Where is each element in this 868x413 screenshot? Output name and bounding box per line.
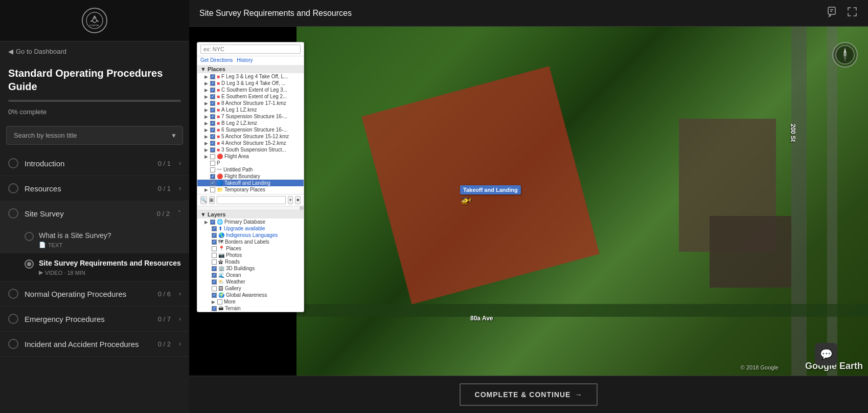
road-vertical-2 [827,27,837,376]
arrow-icon: ▶ [204,94,209,99]
earth-view-btn[interactable]: ⊞ [209,196,215,204]
earth-place-2[interactable]: ▶✓■ C Southern Extent of Leg 3... [197,86,304,93]
arrow-icon: ▶ [204,127,209,133]
earth-search-links: Get Directions History [197,56,304,64]
search-input[interactable]: Search by lesson title [6,126,183,145]
section-normal-ops-circle [8,289,18,299]
earth-place-temp[interactable]: ▶📁 Temporary Places [197,186,304,193]
layer-upgrade[interactable]: ✓⬆ Upgrade available [197,225,304,232]
section-emergency-header[interactable]: Emergency Procedures 0 / 7 › [0,307,189,331]
layer-borders[interactable]: ✓🗺 Borders and Labels [197,238,304,245]
checkbox-0: ✓ [210,74,215,79]
layer-3d-buildings[interactable]: ✓🏢 3D Buildings [197,265,304,272]
checkbox-16: ✓ [210,181,215,186]
layer-terrain[interactable]: ✓🏔 Terrain [197,305,304,312]
checkbox-10: ✓ [210,141,215,146]
section-introduction: Introduction 0 / 1 › [0,151,189,176]
checkbox-3: ✓ [210,94,215,99]
places-label: Places [208,66,225,72]
section-introduction-header[interactable]: Introduction 0 / 1 › [0,151,189,176]
road-vertical-1 [791,27,807,376]
bottom-bar: COMPLETE & CONTINUE → [189,376,868,413]
logo-area: COASTAL [82,8,107,33]
scrollbar-thumb[interactable] [300,206,304,210]
text-icon: 📄 [39,242,46,248]
earth-place-takeoff[interactable]: ✓🔵 Takeoff and Landing [197,180,304,186]
fullscreen-icon[interactable] [847,6,858,20]
earth-add-btn[interactable]: + [288,196,293,204]
svg-rect-3 [828,7,835,14]
arrow-icon: ▶ [204,154,209,159]
section-site-survey-header[interactable]: Site Survey 0 / 2 ˄ [0,201,189,226]
street-200-label: 200 St [789,124,796,142]
lesson-type-1: TEXT [48,242,62,248]
lesson-type-2: VIDEO · 18 MIN [45,270,85,276]
earth-place-7[interactable]: ▶✓■ B Leg 2 LZ.kmz [197,120,304,126]
lesson-meta-1: 📄 TEXT [39,242,181,248]
earth-place-5[interactable]: ▶✓■ A Leg 1 LZ.kmz [197,106,304,113]
drone-icon: 🚁 [460,193,471,205]
earth-place-10[interactable]: ▶✓■ 4 Anchor Structure 15-2.kmz [197,140,304,146]
earth-place-8[interactable]: ▶✓■ 6 Suspension Structure 16-... [197,126,304,133]
checkbox-4: ✓ [210,101,215,106]
section-incident: Incident and Accident Procedures 0 / 2 › [0,332,189,357]
earth-place-flight-boundary[interactable]: ✓🔴 Flight Boundary [197,173,304,180]
earth-place-4[interactable]: ▶✓■ 8 Anchor Structure 17-1.kmz [197,100,304,106]
layer-primary-db[interactable]: ▶✓🌐 Primary Database [197,219,304,225]
dashboard-label: Go to Dashboard [16,48,66,55]
checkbox-8: ✓ [210,127,215,133]
checkbox-7: ✓ [210,121,215,126]
section-resources-count: 0 / 1 [158,185,171,192]
earth-place-untitled[interactable]: 〰 Untitled Path [197,166,304,173]
section-emergency-circle [8,314,18,324]
video-content: Get Directions History ▼ Places ▶✓■ F Le… [189,27,868,376]
layer-photos[interactable]: 📷 Photos [197,252,304,258]
section-incident-header[interactable]: Incident and Accident Procedures 0 / 2 › [0,332,189,356]
get-directions-link[interactable]: Get Directions [200,57,233,63]
layer-indigenous[interactable]: ✓🌎 Indigenous Languages [197,232,304,238]
layer-roads[interactable]: 🛣 Roads [197,258,304,265]
section-site-survey-title: Site Survey [25,209,151,218]
earth-place-p[interactable]: P [197,160,304,166]
section-normal-ops-header[interactable]: Normal Operating Procedures 0 / 6 › [0,281,189,306]
earth-layers-header[interactable]: ▼ Layers [197,210,304,219]
svg-point-5 [843,53,847,56]
go-dashboard-link[interactable]: ◀ Go to Dashboard [8,48,181,55]
section-site-survey-circle [8,208,18,219]
section-site-survey-count: 0 / 2 [157,210,170,218]
lesson-site-survey-requirements[interactable]: Site Survey Requirements and Resources ▶… [0,253,189,281]
earth-place-9[interactable]: ▶✓■ 5 Anchor Structure 15-12.kmz [197,133,304,140]
earth-place-flight-area[interactable]: ▶🔴 Flight Area [197,153,304,160]
earth-place-11[interactable]: ▶✓■ 3 South Suspension Struct... [197,146,304,153]
earth-places-header[interactable]: ▼ Places [197,65,304,73]
checkbox-12 [210,154,215,159]
earth-toolbar-input[interactable] [217,196,286,204]
earth-more-btn[interactable]: ✦ [295,196,301,204]
chat-bubble[interactable]: 💬 [815,343,837,365]
layer-ocean[interactable]: ✓🌊 Ocean [197,272,304,278]
earth-search-input[interactable] [200,45,301,54]
svg-text:COASTAL: COASTAL [89,24,100,27]
arrow-icon: ▶ [204,101,209,106]
section-resources-header[interactable]: Resources 0 / 1 › [0,176,189,201]
earth-place-1[interactable]: ▶✓■ D Leg 3 & Leg 4 Take Off, ... [197,80,304,86]
complete-button-label: COMPLETE & CONTINUE [475,390,571,399]
layer-more[interactable]: ▶ More [197,298,304,305]
layer-global[interactable]: ✓🌍 Global Awareness [197,292,304,298]
history-link[interactable]: History [237,57,253,63]
lesson-what-is-site-survey[interactable]: What is a Site Survey? 📄 TEXT [0,226,189,253]
earth-place-6[interactable]: ▶✓■ 7 Suspension Structure 16-... [197,113,304,120]
lesson-circle-1 [25,232,34,241]
dashboard-nav: ◀ Go to Dashboard [0,41,189,61]
layer-gallery[interactable]: 🖼 Gallery [197,285,304,292]
earth-search-btn[interactable]: 🔍 [200,196,207,204]
earth-place-3[interactable]: ▶✓■ E Southern Extent of Leg 2... [197,93,304,100]
layers-arrow: ▼ [200,211,206,218]
earth-place-0[interactable]: ▶✓■ F Leg 3 & Leg 4 Take Off, L... [197,73,304,80]
layer-weather[interactable]: ✓⛅ Weather [197,278,304,285]
complete-continue-button[interactable]: COMPLETE & CONTINUE → [460,383,598,406]
arrow-icon: ▶ [204,81,209,86]
scrollbar-area [197,206,304,210]
layer-places[interactable]: 📍 Places [197,245,304,252]
annotation-icon[interactable] [827,6,838,20]
